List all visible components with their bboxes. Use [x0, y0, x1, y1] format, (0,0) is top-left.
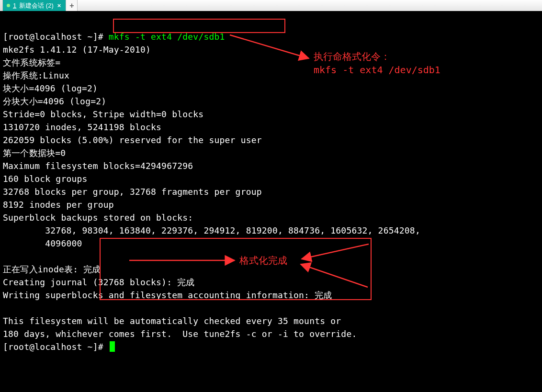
out-line: 32768 blocks per group, 32768 fragments … [3, 187, 262, 197]
new-tab-button[interactable]: + [66, 0, 78, 11]
out-line: 262059 blocks (5.00%) reserved for the s… [3, 135, 262, 145]
tab-number: 1 [13, 0, 16, 12]
out-line: 正在写入inode表: 完成 [3, 264, 249, 274]
out-line: Stride=0 blocks, Stripe width=0 blocks [3, 109, 203, 119]
out-line: Superblock backups stored on blocks: [3, 213, 198, 223]
out-line: mke2fs 1.41.12 (17-May-2010) [3, 45, 151, 55]
out-line: 4096000 [3, 238, 82, 248]
tab-label: 新建会话 (2) [19, 0, 54, 12]
out-line: 180 days, whichever comes first. Use tun… [3, 329, 357, 339]
out-line: 操作系统:Linux [3, 70, 69, 80]
out-line: 块大小=4096 (log=2) [3, 83, 98, 93]
out-line: 文件系统标签= [3, 57, 60, 67]
out-line: 160 block groups [3, 174, 88, 184]
out-line: 第一个数据块=0 [3, 148, 66, 158]
out-line [3, 251, 8, 261]
out-line: 32768, 98304, 163840, 229376, 294912, 81… [3, 225, 426, 235]
out-line: This filesystem will be automatically ch… [3, 316, 341, 326]
out-line: 1310720 inodes, 5241198 blocks [3, 122, 161, 132]
tab-status-dot [7, 4, 10, 7]
prompt-user: [root@localhost ~]# [3, 32, 109, 42]
out-line: 8192 inodes per group [3, 200, 114, 210]
tab-bar: 1 新建会话 (2) × + [0, 0, 542, 12]
command-input: mkfs -t ext4 /dev/sdb1 [109, 32, 225, 42]
out-line: Writing superblocks and filesystem accou… [3, 290, 332, 300]
terminal-output[interactable]: [root@localhost ~]# mkfs -t ext4 /dev/sd… [0, 12, 542, 358]
plus-icon: + [69, 0, 74, 12]
out-line: Creating journal (32768 blocks): 完成 [3, 277, 195, 287]
tab-session-1[interactable]: 1 新建会话 (2) × [3, 0, 66, 11]
out-line: 分块大小=4096 (log=2) [3, 96, 106, 106]
prompt-user: [root@localhost ~]# [3, 342, 109, 352]
close-icon[interactable]: × [56, 0, 62, 12]
out-line [3, 303, 8, 313]
terminal-cursor [110, 341, 115, 352]
out-line: Maximum filesystem blocks=4294967296 [3, 161, 193, 171]
